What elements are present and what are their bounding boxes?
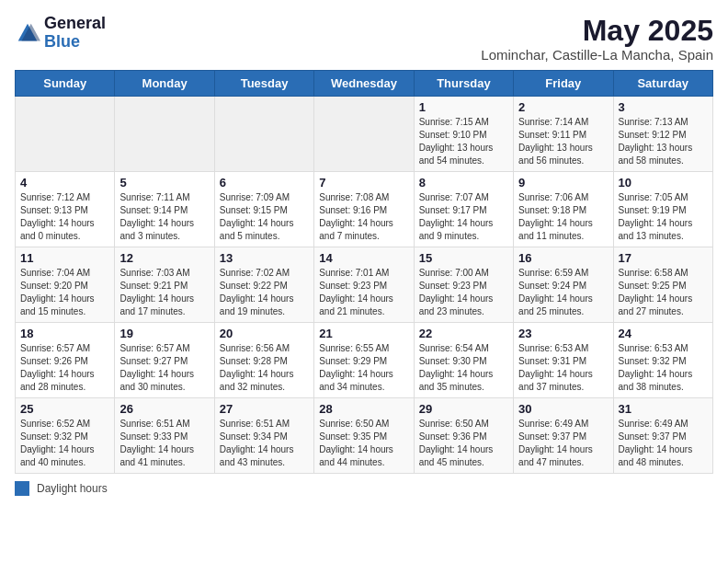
calendar-day-cell: 7Sunrise: 7:08 AM Sunset: 9:16 PM Daylig… [314,172,414,247]
calendar-day-cell: 12Sunrise: 7:03 AM Sunset: 9:21 PM Dayli… [115,247,214,323]
calendar-day-cell: 20Sunrise: 6:56 AM Sunset: 9:28 PM Dayli… [214,323,313,398]
calendar-day-cell: 28Sunrise: 6:50 AM Sunset: 9:35 PM Dayli… [314,398,414,474]
calendar-day-cell: 26Sunrise: 6:51 AM Sunset: 9:33 PM Dayli… [115,398,214,474]
day-number: 24 [619,327,708,340]
calendar-day-cell: 30Sunrise: 6:49 AM Sunset: 9:37 PM Dayli… [514,398,613,474]
day-number: 18 [20,327,109,340]
day-number: 26 [119,402,209,416]
weekday-header-saturday: Saturday [613,71,712,97]
day-number: 17 [619,251,708,265]
day-number: 11 [20,251,109,265]
title-block: May 2025 Lominchar, Castille-La Mancha, … [481,15,713,63]
day-info: Sunrise: 6:50 AM Sunset: 9:36 PM Dayligh… [419,419,494,467]
calendar-week-4: 18Sunrise: 6:57 AM Sunset: 9:26 PM Dayli… [16,323,713,398]
day-info: Sunrise: 6:53 AM Sunset: 9:32 PM Dayligh… [619,343,693,392]
day-number: 28 [319,402,408,416]
day-number: 6 [220,176,309,190]
calendar-day-cell: 14Sunrise: 7:01 AM Sunset: 9:23 PM Dayli… [314,247,414,323]
logo-blue-text: Blue [44,33,106,52]
legend-color-box [15,481,29,496]
day-number: 10 [619,176,708,190]
day-number: 9 [518,176,608,190]
day-number: 5 [119,176,209,190]
day-info: Sunrise: 7:14 AM Sunset: 9:11 PM Dayligh… [518,117,593,166]
calendar-day-cell: 2Sunrise: 7:14 AM Sunset: 9:11 PM Daylig… [514,97,613,172]
day-info: Sunrise: 6:50 AM Sunset: 9:35 PM Dayligh… [319,419,393,467]
day-number: 21 [319,327,408,340]
day-info: Sunrise: 7:13 AM Sunset: 9:12 PM Dayligh… [619,117,693,166]
day-info: Sunrise: 7:04 AM Sunset: 9:20 PM Dayligh… [20,268,95,316]
legend: Daylight hours [15,481,713,496]
day-info: Sunrise: 6:59 AM Sunset: 9:24 PM Dayligh… [518,268,593,316]
day-info: Sunrise: 6:57 AM Sunset: 9:26 PM Dayligh… [20,343,95,392]
day-number: 31 [619,402,708,416]
calendar-week-5: 25Sunrise: 6:52 AM Sunset: 9:32 PM Dayli… [16,398,713,474]
day-number: 2 [518,100,608,114]
day-info: Sunrise: 6:53 AM Sunset: 9:31 PM Dayligh… [518,343,593,392]
weekday-row: SundayMondayTuesdayWednesdayThursdayFrid… [16,71,713,97]
calendar-header: SundayMondayTuesdayWednesdayThursdayFrid… [16,71,713,97]
calendar-day-cell: 3Sunrise: 7:13 AM Sunset: 9:12 PM Daylig… [613,97,712,172]
day-info: Sunrise: 7:03 AM Sunset: 9:21 PM Dayligh… [119,268,194,316]
calendar-day-cell: 24Sunrise: 6:53 AM Sunset: 9:32 PM Dayli… [613,323,712,398]
calendar-day-cell: 10Sunrise: 7:05 AM Sunset: 9:19 PM Dayli… [613,172,712,247]
legend-label: Daylight hours [37,482,108,495]
calendar-day-cell: 13Sunrise: 7:02 AM Sunset: 9:22 PM Dayli… [214,247,313,323]
calendar-day-cell: 17Sunrise: 6:58 AM Sunset: 9:25 PM Dayli… [613,247,712,323]
day-number: 29 [419,402,508,416]
calendar-day-cell: 4Sunrise: 7:12 AM Sunset: 9:13 PM Daylig… [16,172,115,247]
day-info: Sunrise: 6:54 AM Sunset: 9:30 PM Dayligh… [419,343,494,392]
day-info: Sunrise: 6:52 AM Sunset: 9:32 PM Dayligh… [20,419,95,467]
day-info: Sunrise: 7:02 AM Sunset: 9:22 PM Dayligh… [220,268,294,316]
day-info: Sunrise: 6:49 AM Sunset: 9:37 PM Dayligh… [518,419,593,467]
day-number: 1 [419,100,508,114]
calendar-table: SundayMondayTuesdayWednesdayThursdayFrid… [15,70,713,474]
logo-icon [15,20,40,46]
day-number: 8 [419,176,508,190]
calendar-day-cell: 25Sunrise: 6:52 AM Sunset: 9:32 PM Dayli… [16,398,115,474]
calendar-day-cell [115,97,214,172]
calendar-day-cell: 11Sunrise: 7:04 AM Sunset: 9:20 PM Dayli… [16,247,115,323]
day-info: Sunrise: 7:15 AM Sunset: 9:10 PM Dayligh… [419,117,494,166]
logo-general-text: General [44,15,106,33]
weekday-header-wednesday: Wednesday [314,71,414,97]
calendar-week-1: 1Sunrise: 7:15 AM Sunset: 9:10 PM Daylig… [16,97,713,172]
calendar-day-cell: 5Sunrise: 7:11 AM Sunset: 9:14 PM Daylig… [115,172,214,247]
day-number: 20 [220,327,309,340]
day-info: Sunrise: 7:05 AM Sunset: 9:19 PM Dayligh… [619,192,693,241]
day-info: Sunrise: 7:06 AM Sunset: 9:18 PM Dayligh… [518,192,593,241]
calendar-body: 1Sunrise: 7:15 AM Sunset: 9:10 PM Daylig… [16,97,713,474]
day-info: Sunrise: 6:56 AM Sunset: 9:28 PM Dayligh… [220,343,294,392]
day-number: 30 [518,402,608,416]
day-info: Sunrise: 7:00 AM Sunset: 9:23 PM Dayligh… [419,268,494,316]
calendar-day-cell: 23Sunrise: 6:53 AM Sunset: 9:31 PM Dayli… [514,323,613,398]
calendar-day-cell: 18Sunrise: 6:57 AM Sunset: 9:26 PM Dayli… [16,323,115,398]
calendar-day-cell [314,97,414,172]
day-info: Sunrise: 7:01 AM Sunset: 9:23 PM Dayligh… [319,268,393,316]
day-info: Sunrise: 6:58 AM Sunset: 9:25 PM Dayligh… [619,268,693,316]
calendar-day-cell: 31Sunrise: 6:49 AM Sunset: 9:37 PM Dayli… [613,398,712,474]
weekday-header-sunday: Sunday [16,71,115,97]
calendar-day-cell: 27Sunrise: 6:51 AM Sunset: 9:34 PM Dayli… [214,398,313,474]
calendar-day-cell: 8Sunrise: 7:07 AM Sunset: 9:17 PM Daylig… [414,172,513,247]
weekday-header-tuesday: Tuesday [214,71,313,97]
day-number: 7 [319,176,408,190]
day-number: 22 [419,327,508,340]
day-number: 15 [419,251,508,265]
day-number: 16 [518,251,608,265]
calendar-day-cell: 16Sunrise: 6:59 AM Sunset: 9:24 PM Dayli… [514,247,613,323]
calendar-day-cell: 9Sunrise: 7:06 AM Sunset: 9:18 PM Daylig… [514,172,613,247]
month-title: May 2025 [481,15,713,47]
day-info: Sunrise: 7:09 AM Sunset: 9:15 PM Dayligh… [220,192,294,241]
calendar-day-cell: 29Sunrise: 6:50 AM Sunset: 9:36 PM Dayli… [414,398,513,474]
calendar-day-cell: 19Sunrise: 6:57 AM Sunset: 9:27 PM Dayli… [115,323,214,398]
day-info: Sunrise: 6:51 AM Sunset: 9:34 PM Dayligh… [220,419,294,467]
calendar-week-2: 4Sunrise: 7:12 AM Sunset: 9:13 PM Daylig… [16,172,713,247]
page-header: General Blue May 2025 Lominchar, Castill… [15,15,713,63]
weekday-header-friday: Friday [514,71,613,97]
day-info: Sunrise: 7:12 AM Sunset: 9:13 PM Dayligh… [20,192,95,241]
calendar-week-3: 11Sunrise: 7:04 AM Sunset: 9:20 PM Dayli… [16,247,713,323]
day-info: Sunrise: 6:55 AM Sunset: 9:29 PM Dayligh… [319,343,393,392]
calendar-day-cell: 22Sunrise: 6:54 AM Sunset: 9:30 PM Dayli… [414,323,513,398]
day-info: Sunrise: 6:57 AM Sunset: 9:27 PM Dayligh… [119,343,194,392]
